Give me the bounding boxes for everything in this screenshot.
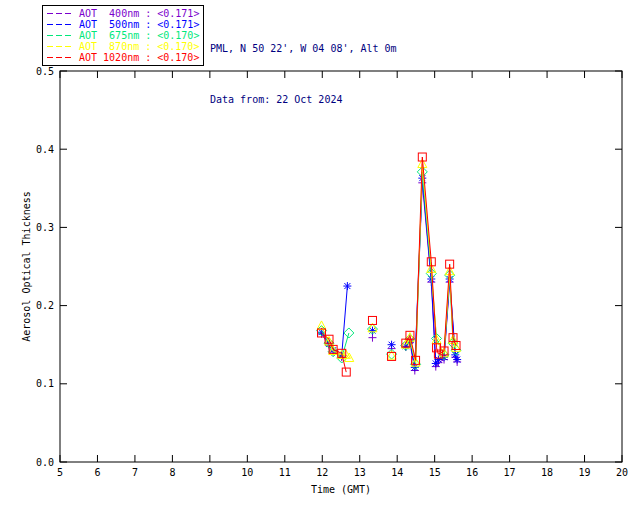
data-date: Data from: 22 Oct 2024 — [210, 91, 397, 108]
legend-entry: AOT 500nm : <0.171> — [47, 19, 199, 30]
legend-entry-label: AOT 675nm : <0.170> — [79, 30, 199, 41]
y-tick-label: 0.4 — [36, 144, 54, 155]
legend-dash-icon — [47, 11, 74, 16]
legend-dash-icon — [47, 55, 74, 60]
axes-frame — [60, 71, 622, 462]
x-tick-label: 8 — [169, 467, 175, 478]
legend-entry: AOT 1020nm : <0.170> — [47, 52, 199, 63]
legend-dash-icon — [47, 33, 74, 38]
legend-dash-icon — [47, 44, 74, 49]
legend-entry: AOT 675nm : <0.170> — [47, 30, 199, 41]
x-tick-label: 6 — [94, 467, 100, 478]
x-tick-label: 19 — [579, 467, 591, 478]
series-870nm — [317, 159, 461, 366]
x-tick-label: 5 — [57, 467, 63, 478]
x-tick-label: 20 — [616, 467, 628, 478]
x-tick-label: 18 — [541, 467, 553, 478]
legend-entry-label: AOT 500nm : <0.171> — [79, 19, 199, 30]
x-tick-label: 16 — [466, 467, 478, 478]
x-tick-label: 11 — [279, 467, 291, 478]
x-tick-label: 12 — [316, 467, 328, 478]
y-axis-label: Aerosol Optical Thickness — [21, 191, 32, 342]
y-tick-label: 0.0 — [36, 457, 54, 468]
x-tick-label: 7 — [132, 467, 138, 478]
x-tick-label: 15 — [429, 467, 441, 478]
x-tick-label: 9 — [207, 467, 213, 478]
y-tick-label: 0.3 — [36, 222, 54, 233]
legend-entry-label: AOT 400nm : <0.171> — [79, 8, 199, 19]
legend-entry-label: AOT 1020nm : <0.170> — [79, 52, 199, 63]
plot-header: PML, N 50 22', W 04 08', Alt 0m Data fro… — [210, 6, 397, 125]
y-tick-label: 0.1 — [36, 378, 54, 389]
y-axis: 0.00.10.20.30.40.5 — [36, 66, 622, 468]
legend-entry: AOT 400nm : <0.171> — [47, 8, 199, 19]
y-tick-label: 0.5 — [36, 66, 54, 77]
legend-entry: AOT 870nm : <0.170> — [47, 41, 199, 52]
x-tick-label: 10 — [241, 467, 253, 478]
x-tick-label: 17 — [504, 467, 516, 478]
legend-dash-icon — [47, 22, 74, 27]
station-info: PML, N 50 22', W 04 08', Alt 0m — [210, 40, 397, 57]
x-axis: 567891011121314151617181920 — [57, 71, 628, 478]
legend: AOT 400nm : <0.171>AOT 500nm : <0.171>AO… — [42, 5, 204, 66]
x-axis-label: Time (GMT) — [311, 484, 371, 495]
x-tick-label: 14 — [391, 467, 403, 478]
x-tick-label: 13 — [354, 467, 366, 478]
legend-entry-label: AOT 870nm : <0.170> — [79, 41, 199, 52]
y-tick-label: 0.2 — [36, 300, 54, 311]
series-675nm — [317, 167, 462, 369]
